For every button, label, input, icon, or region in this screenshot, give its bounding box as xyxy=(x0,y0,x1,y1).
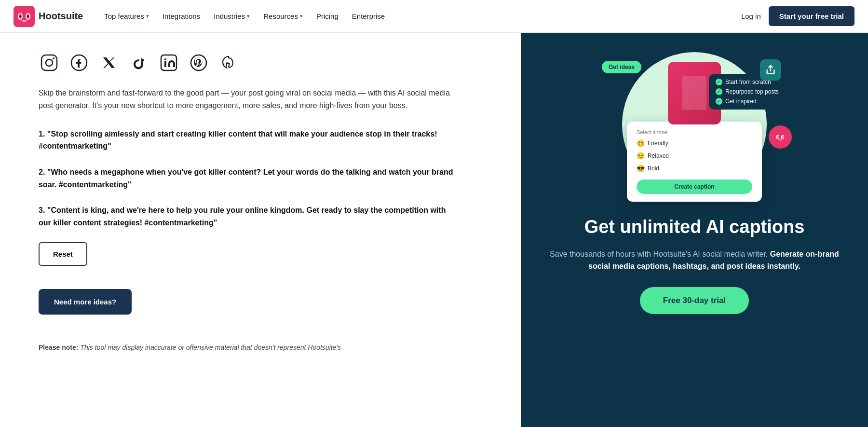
tone-friendly[interactable]: 😊 Friendly xyxy=(637,138,752,149)
tiktok-icon xyxy=(128,52,149,73)
logo[interactable]: Hootsuite xyxy=(14,6,83,27)
check-icon: ✓ xyxy=(716,98,722,105)
sidebar-text-content: Get unlimited AI captions Save thousands… xyxy=(521,207,868,333)
linkedin-icon xyxy=(158,52,179,73)
nav-top-features[interactable]: Top features ▾ xyxy=(98,8,155,24)
sidebar-heading: Get unlimited AI captions xyxy=(545,216,844,238)
svg-point-6 xyxy=(27,15,29,17)
sidebar-illustration: Get ideas ✓ Start from scratch ✓ Repurpo… xyxy=(521,33,868,207)
caption-item-3: 3. "Content is king, and we're here to h… xyxy=(39,204,492,229)
logo-text: Hootsuite xyxy=(39,11,83,22)
svg-point-9 xyxy=(53,57,54,59)
check-icon: ✓ xyxy=(716,79,722,85)
social-icons-row xyxy=(39,52,492,73)
svg-rect-0 xyxy=(14,6,35,27)
free-trial-button[interactable]: Free 30-day trial xyxy=(640,287,749,314)
threads-icon xyxy=(218,52,239,73)
twitter-icon xyxy=(98,52,120,73)
main-content: Skip the brainstorm and fast-forward to … xyxy=(0,33,521,427)
nav-pricing[interactable]: Pricing xyxy=(311,8,344,24)
caption-text-3: 3. "Content is king, and we're here to h… xyxy=(39,204,453,229)
hootsuite-logo-icon xyxy=(14,6,35,27)
caption-item-1: 1. "Stop scrolling aimlessly and start c… xyxy=(39,128,492,152)
option-repurpose-top-posts: ✓ Repurpose top posts xyxy=(716,88,784,95)
svg-rect-7 xyxy=(41,55,57,70)
facebook-icon xyxy=(68,52,90,73)
option-get-inspired: ✓ Get inspired xyxy=(716,98,784,105)
select-tone-label: Select a tone xyxy=(637,129,752,135)
svg-point-21 xyxy=(782,137,784,138)
nav-integrations[interactable]: Integrations xyxy=(157,8,206,24)
chevron-down-icon: ▾ xyxy=(146,13,149,19)
instagram-icon xyxy=(39,52,60,73)
description-text: Skip the brainstorm and fast-forward to … xyxy=(39,87,453,112)
get-ideas-chip: Get ideas xyxy=(602,61,641,73)
sidebar: Get ideas ✓ Start from scratch ✓ Repurpo… xyxy=(521,33,868,427)
login-link[interactable]: Log in xyxy=(741,12,761,20)
navigation: Hootsuite Top features ▾ Integrations In… xyxy=(0,0,868,33)
svg-point-5 xyxy=(19,15,21,17)
caption-text-2: 2. "Who needs a megaphone when you've go… xyxy=(39,166,453,191)
check-icon: ✓ xyxy=(716,88,722,95)
nav-links: Top features ▾ Integrations Industries ▾… xyxy=(98,8,741,24)
mockup-container: Get ideas ✓ Start from scratch ✓ Repurpo… xyxy=(593,52,796,197)
nav-industries[interactable]: Industries ▾ xyxy=(208,8,256,24)
tone-relaxed[interactable]: 😌 Relaxed xyxy=(637,151,752,161)
svg-point-20 xyxy=(777,137,779,138)
svg-rect-12 xyxy=(164,61,166,67)
svg-point-8 xyxy=(46,59,53,66)
nav-resources[interactable]: Resources ▾ xyxy=(258,8,309,24)
create-caption-button[interactable]: Create caption xyxy=(637,179,752,194)
owl-badge-icon xyxy=(769,125,792,149)
reset-button[interactable]: Reset xyxy=(39,242,87,266)
start-trial-button[interactable]: Start your free trial xyxy=(769,6,854,26)
tone-bold[interactable]: 😎 Bold xyxy=(637,163,752,174)
tone-options: 😊 Friendly 😌 Relaxed 😎 Bold xyxy=(637,138,752,174)
tone-selector-card: Select a tone 😊 Friendly 😌 Relaxed 😎 xyxy=(627,122,762,202)
svg-point-13 xyxy=(164,58,166,60)
caption-item-2: 2. "Who needs a megaphone when you've go… xyxy=(39,166,492,191)
nav-right: Log in Start your free trial xyxy=(741,6,854,26)
caption-text-1: 1. "Stop scrolling aimlessly and start c… xyxy=(39,128,453,152)
chevron-down-icon: ▾ xyxy=(247,13,250,19)
chevron-down-icon: ▾ xyxy=(300,13,303,19)
page-body: Skip the brainstorm and fast-forward to … xyxy=(0,33,868,427)
pinterest-icon xyxy=(188,52,209,73)
export-icon xyxy=(760,59,781,81)
more-ideas-button[interactable]: Need more ideas? xyxy=(39,289,132,315)
please-note-text: Please note: This tool may display inacc… xyxy=(39,344,492,351)
sidebar-subtext: Save thousands of hours with Hootsuite's… xyxy=(545,248,844,273)
nav-enterprise[interactable]: Enterprise xyxy=(346,8,391,24)
